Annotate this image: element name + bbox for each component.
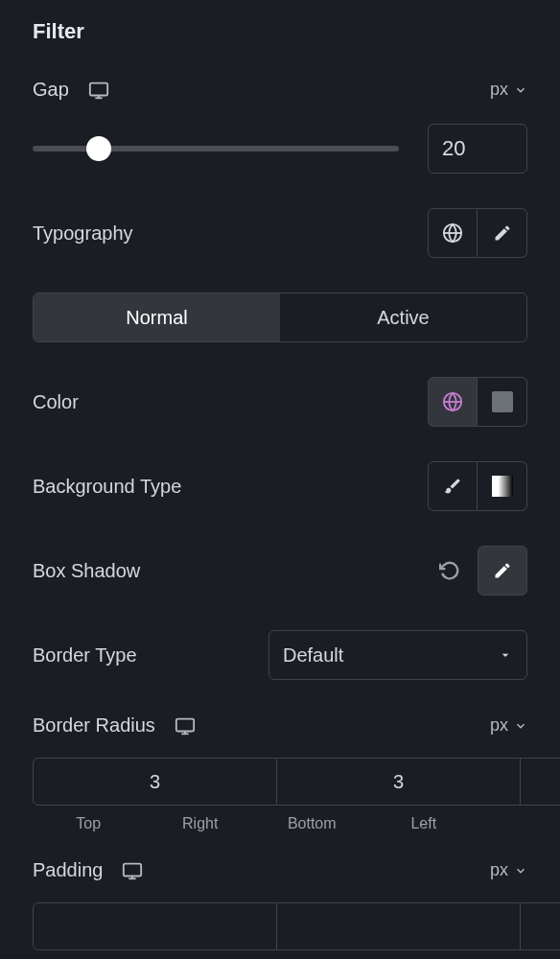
color-label: Color	[33, 391, 79, 413]
border-radius-inputs	[33, 758, 527, 806]
padding-label: Padding	[33, 859, 103, 881]
bg-type-controls	[428, 461, 527, 511]
padding-row: Padding px	[33, 859, 527, 881]
border-type-label: Border Type	[33, 644, 137, 667]
box-shadow-label: Box Shadow	[33, 560, 140, 582]
gap-input[interactable]	[428, 124, 527, 174]
typography-global-button[interactable]	[428, 208, 478, 258]
gap-slider-row	[33, 124, 527, 174]
brush-icon	[443, 477, 462, 496]
gap-slider-thumb[interactable]	[86, 136, 111, 161]
padding-unit-select[interactable]: px	[490, 860, 527, 880]
padding-inputs	[33, 902, 527, 950]
svg-rect-10	[124, 863, 141, 876]
border-type-value: Default	[283, 644, 343, 667]
typography-row: Typography	[33, 208, 527, 258]
color-row: Color	[33, 377, 527, 427]
responsive-icon[interactable]	[88, 80, 109, 101]
gap-label: Gap	[33, 79, 69, 101]
label-left: Left	[368, 815, 480, 832]
border-radius-right-input[interactable]	[277, 758, 521, 806]
globe-icon	[442, 222, 463, 244]
typography-label: Typography	[33, 222, 133, 245]
svg-rect-0	[90, 82, 107, 95]
typography-controls	[428, 208, 527, 258]
border-type-row: Border Type Default	[33, 630, 527, 680]
gap-unit-select[interactable]: px	[490, 80, 527, 100]
border-radius-bottom-input[interactable]	[521, 758, 560, 806]
state-tabs: Normal Active	[33, 292, 527, 342]
bg-classic-button[interactable]	[428, 461, 478, 511]
bg-gradient-button[interactable]	[478, 461, 527, 511]
globe-icon	[442, 391, 463, 412]
padding-unit: px	[490, 860, 508, 880]
caret-down-icon	[498, 647, 513, 663]
color-swatch-button[interactable]	[478, 377, 527, 427]
section-title: Filter	[33, 0, 527, 44]
svg-rect-7	[176, 718, 194, 731]
gap-row: Gap px	[33, 79, 527, 101]
responsive-icon[interactable]	[175, 715, 196, 737]
color-swatch-icon	[492, 391, 513, 412]
border-radius-unit: px	[490, 715, 508, 736]
padding-bottom-input[interactable]	[521, 902, 560, 950]
tab-active[interactable]: Active	[280, 293, 526, 341]
tab-normal[interactable]: Normal	[34, 293, 280, 341]
padding-top-input[interactable]	[33, 902, 277, 950]
border-type-select[interactable]: Default	[268, 630, 527, 680]
bg-type-label: Background Type	[33, 476, 181, 498]
border-radius-unit-select[interactable]: px	[490, 715, 527, 736]
border-radius-label: Border Radius	[33, 714, 155, 737]
gap-unit: px	[490, 80, 508, 100]
color-global-button[interactable]	[428, 377, 478, 427]
responsive-icon[interactable]	[122, 860, 143, 881]
bg-type-row: Background Type	[33, 461, 527, 511]
gap-slider[interactable]	[33, 146, 399, 152]
padding-right-input[interactable]	[277, 902, 521, 950]
label-bottom: Bottom	[256, 815, 368, 832]
box-shadow-reset-button[interactable]	[439, 560, 460, 581]
label-top: Top	[33, 815, 145, 832]
gradient-icon	[492, 476, 513, 497]
color-controls	[428, 377, 527, 427]
border-radius-row: Border Radius px	[33, 714, 527, 737]
box-shadow-row: Box Shadow	[33, 546, 527, 596]
undo-icon	[439, 560, 460, 581]
pencil-icon	[493, 561, 512, 580]
pencil-icon	[493, 223, 512, 243]
border-radius-sublabels: Top Right Bottom Left	[33, 815, 527, 832]
box-shadow-edit-button[interactable]	[478, 546, 527, 596]
label-right: Right	[145, 815, 257, 832]
border-radius-top-input[interactable]	[33, 758, 277, 806]
typography-edit-button[interactable]	[478, 208, 527, 258]
